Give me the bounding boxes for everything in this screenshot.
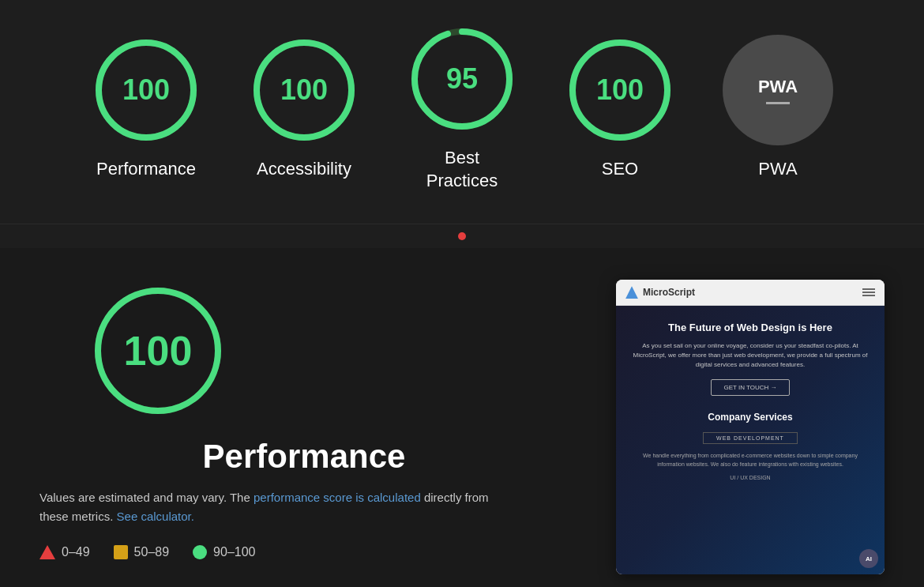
menu-line-3 xyxy=(862,295,875,296)
large-score-value: 100 xyxy=(124,327,193,374)
indicator-dot xyxy=(458,232,466,240)
score-best-practices: 95 BestPractices xyxy=(407,24,517,192)
detail-section: 100 Performance Values are estimated and… xyxy=(0,248,924,587)
detail-description: Values are estimated and may vary. The p… xyxy=(39,488,498,526)
average-range: 50–89 xyxy=(134,545,170,559)
legend-fail: 0–49 xyxy=(39,545,90,559)
fail-icon xyxy=(39,545,55,559)
fail-range: 0–49 xyxy=(62,545,90,559)
company-services-title: Company Services xyxy=(629,412,872,423)
browser-mockup: MicroScript The Future of Web Design is … xyxy=(616,280,885,574)
pwa-dash-icon xyxy=(766,102,790,104)
browser-logo: MicroScript xyxy=(625,286,695,299)
get-in-touch-button[interactable]: GET IN TOUCH → xyxy=(711,379,790,396)
pass-range: 90–100 xyxy=(213,545,255,559)
browser-content: The Future of Web Design is Here As you … xyxy=(616,306,885,574)
score-performance: 100 Performance xyxy=(91,35,201,181)
score-label-performance: Performance xyxy=(96,158,196,181)
score-label-best-practices: BestPractices xyxy=(426,147,498,192)
ai-badge: AI xyxy=(859,549,878,568)
pass-icon xyxy=(193,545,207,559)
calculator-link[interactable]: See calculator. xyxy=(117,510,194,523)
large-gauge-performance: 100 xyxy=(87,280,229,422)
browser-bar: MicroScript xyxy=(616,280,885,306)
performance-score-link[interactable]: performance score is calculated xyxy=(254,491,421,504)
site-logo-text: MicroScript xyxy=(643,287,695,298)
service-description: We handle everything from complicated e-… xyxy=(629,452,872,468)
browser-mockup-panel: MicroScript The Future of Web Design is … xyxy=(616,280,885,574)
menu-line-1 xyxy=(862,288,875,290)
detail-title: Performance xyxy=(203,438,406,475)
service-tag: WEB DEVELOPMENT xyxy=(703,432,798,444)
score-accessibility: 100 Accessibility xyxy=(249,35,359,181)
score-value-accessibility: 100 xyxy=(280,73,328,107)
score-value-best-practices: 95 xyxy=(446,62,478,96)
description-text-before: Values are estimated and may vary. The xyxy=(39,491,254,504)
gauge-best-practices: 95 xyxy=(407,24,517,134)
legend-average: 50–89 xyxy=(114,545,170,559)
gauge-seo: 100 xyxy=(565,35,675,145)
pwa-label: PWA xyxy=(758,77,798,97)
logo-triangle-icon xyxy=(625,286,638,299)
legend-pass: 90–100 xyxy=(193,545,255,559)
browser-menu-button[interactable] xyxy=(862,288,875,296)
score-label-pwa: PWA xyxy=(758,158,797,181)
score-value-seo: 100 xyxy=(596,73,644,107)
site-description: As you set sail on your online voyage, c… xyxy=(629,341,872,370)
average-icon xyxy=(114,545,128,559)
divider xyxy=(0,224,924,248)
menu-line-2 xyxy=(862,292,875,293)
score-label-accessibility: Accessibility xyxy=(257,158,351,181)
performance-detail-panel: 100 Performance Values are estimated and… xyxy=(39,280,569,574)
score-pwa: PWA PWA xyxy=(723,35,833,181)
score-legend: 0–49 50–89 90–100 xyxy=(39,545,255,559)
gauge-pwa: PWA xyxy=(723,35,833,145)
score-value-performance: 100 xyxy=(122,73,170,107)
gauge-performance: 100 xyxy=(91,35,201,145)
gauge-accessibility: 100 xyxy=(249,35,359,145)
scores-section: 100 Performance 100 Accessibility 95 Bes… xyxy=(0,0,924,224)
site-headline: The Future of Web Design is Here xyxy=(629,322,872,333)
score-seo: 100 SEO xyxy=(565,35,675,181)
ui-ux-tag: UI / UX DESIGN xyxy=(629,475,872,480)
score-label-seo: SEO xyxy=(602,158,638,181)
